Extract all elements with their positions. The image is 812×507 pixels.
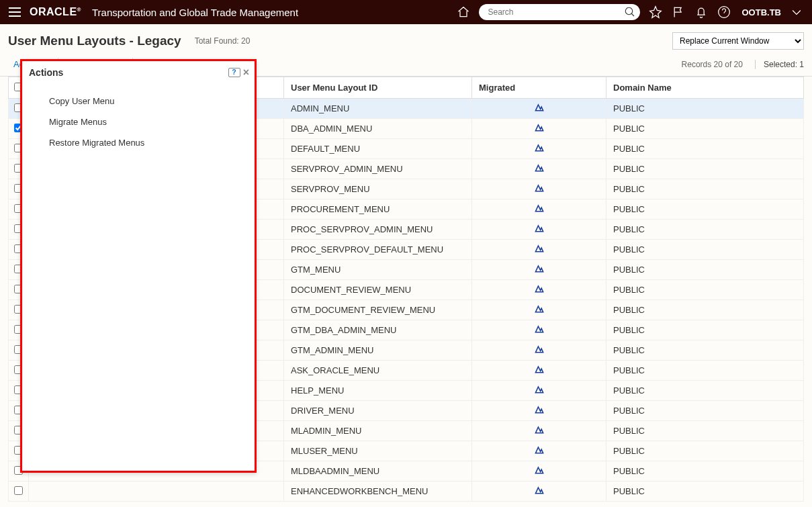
row-migrated-cell (472, 119, 606, 139)
row-migrated-cell (472, 260, 606, 280)
migrated-icon (534, 326, 545, 336)
migrated-icon (534, 125, 545, 135)
row-migrated-cell (472, 99, 606, 119)
row-id-cell: DEFAULT_MENU (284, 139, 472, 159)
row-id-cell: PROCUREMENT_MENU (284, 199, 472, 220)
row-domain-cell: PUBLIC (606, 401, 804, 421)
migrated-icon (534, 226, 545, 236)
header-domain[interactable]: Domain Name (606, 77, 804, 99)
row-id-cell: MLADMIN_MENU (284, 421, 472, 441)
close-icon[interactable]: × (243, 66, 249, 79)
row-id-cell: PROC_SERVPROV_DEFAULT_MENU (284, 240, 472, 260)
app-title: Transportation and Global Trade Manageme… (92, 7, 298, 18)
row-migrated-cell (472, 481, 606, 502)
user-chevron-down-icon[interactable] (789, 5, 804, 19)
star-icon[interactable] (648, 5, 663, 19)
migrated-icon (534, 145, 545, 155)
oracle-logo: ORACLE® (30, 6, 81, 18)
row-migrated-cell (472, 139, 606, 159)
oracle-logo-text: ORACLE (30, 6, 77, 17)
row-domain-cell: PUBLIC (606, 481, 804, 502)
svg-point-0 (625, 7, 633, 15)
migrated-icon (534, 165, 545, 175)
row-blank-cell (29, 481, 284, 502)
row-id-cell: ADMIN_MENU (284, 99, 472, 119)
row-domain-cell: PUBLIC (606, 159, 804, 179)
row-domain-cell: PUBLIC (606, 220, 804, 240)
migrated-icon (534, 427, 545, 437)
row-domain-cell: PUBLIC (606, 99, 804, 119)
row-domain-cell: PUBLIC (606, 240, 804, 260)
header-id[interactable]: User Menu Layout ID (284, 77, 472, 99)
row-id-cell: SERVPROV_MENU (284, 179, 472, 199)
row-id-cell: PROC_SERVPROV_ADMIN_MENU (284, 220, 472, 240)
row-id-cell: ENHANCEDWORKBENCH_MENU (284, 481, 472, 502)
migrated-icon (534, 488, 545, 498)
registered-mark: ® (77, 7, 81, 13)
row-migrated-cell (472, 401, 606, 421)
footer: New Query Refine Query Export Saved Quer… (0, 502, 812, 507)
row-domain-cell: PUBLIC (606, 361, 804, 381)
search-input[interactable] (479, 4, 640, 20)
migrated-icon (534, 467, 545, 477)
row-migrated-cell (472, 199, 606, 220)
records-text: Records 20 of 20 (682, 60, 743, 69)
migrated-icon (534, 205, 545, 216)
row-id-cell: ASK_ORACLE_MENU (284, 361, 472, 381)
total-found-label: Total Found: (195, 36, 239, 46)
migrated-icon (534, 347, 545, 357)
help-icon[interactable] (717, 5, 731, 19)
page-bar: User Menu Layouts - Legacy Total Found: … (0, 24, 812, 55)
migrated-icon (534, 266, 545, 276)
bell-icon[interactable] (694, 5, 709, 19)
home-icon[interactable] (456, 5, 471, 19)
row-domain-cell: PUBLIC (606, 421, 804, 441)
row-id-cell: DOCUMENT_REVIEW_MENU (284, 280, 472, 300)
migrated-icon (534, 387, 545, 397)
action-item[interactable]: Copy User Menu (22, 91, 255, 111)
row-domain-cell: PUBLIC (606, 381, 804, 401)
row-domain-cell: PUBLIC (606, 119, 804, 139)
row-domain-cell: PUBLIC (606, 179, 804, 199)
row-domain-cell: PUBLIC (606, 320, 804, 340)
row-migrated-cell (472, 159, 606, 179)
action-item[interactable]: Migrate Menus (22, 111, 255, 132)
row-checkbox[interactable] (14, 486, 23, 495)
user-label: OOTB.TB (742, 7, 782, 17)
hamburger-icon[interactable] (8, 7, 21, 17)
row-migrated-cell (472, 220, 606, 240)
row-migrated-cell (472, 340, 606, 361)
actions-dropdown: Actions ? × Copy User MenuMigrate MenusR… (20, 59, 257, 473)
row-id-cell: HELP_MENU (284, 381, 472, 401)
total-found: Total Found: 20 (195, 36, 251, 46)
migrated-icon (534, 367, 545, 377)
flag-icon[interactable] (671, 5, 686, 19)
row-id-cell: GTM_MENU (284, 260, 472, 280)
migrated-icon (534, 447, 545, 457)
actions-dropdown-header: Actions ? × (22, 61, 255, 84)
migrated-icon (534, 105, 545, 115)
row-domain-cell: PUBLIC (606, 260, 804, 280)
search-icon[interactable] (624, 6, 636, 18)
header-migrated[interactable]: Migrated (472, 77, 606, 99)
top-header: ORACLE® Transportation and Global Trade … (0, 0, 812, 24)
row-migrated-cell (472, 240, 606, 260)
action-item[interactable]: Restore Migrated Menus (22, 132, 255, 153)
page-title: User Menu Layouts - Legacy (8, 34, 181, 48)
row-migrated-cell (472, 421, 606, 441)
migrated-icon (534, 246, 545, 256)
row-migrated-cell (472, 320, 606, 340)
table-row[interactable]: ENHANCEDWORKBENCH_MENUPUBLIC (9, 481, 804, 502)
replace-window-select[interactable]: Replace Current Window (672, 32, 804, 50)
total-found-value: 20 (241, 36, 250, 46)
actions-help-icon[interactable]: ? (228, 68, 240, 77)
row-id-cell: MLUSER_MENU (284, 441, 472, 461)
row-id-cell: GTM_ADMIN_MENU (284, 340, 472, 361)
row-domain-cell: PUBLIC (606, 300, 804, 320)
row-id-cell: GTM_DOCUMENT_REVIEW_MENU (284, 300, 472, 320)
row-migrated-cell (472, 381, 606, 401)
row-id-cell: GTM_DBA_ADMIN_MENU (284, 320, 472, 340)
row-migrated-cell (472, 280, 606, 300)
row-id-cell: DBA_ADMIN_MENU (284, 119, 472, 139)
row-id-cell: DRIVER_MENU (284, 401, 472, 421)
